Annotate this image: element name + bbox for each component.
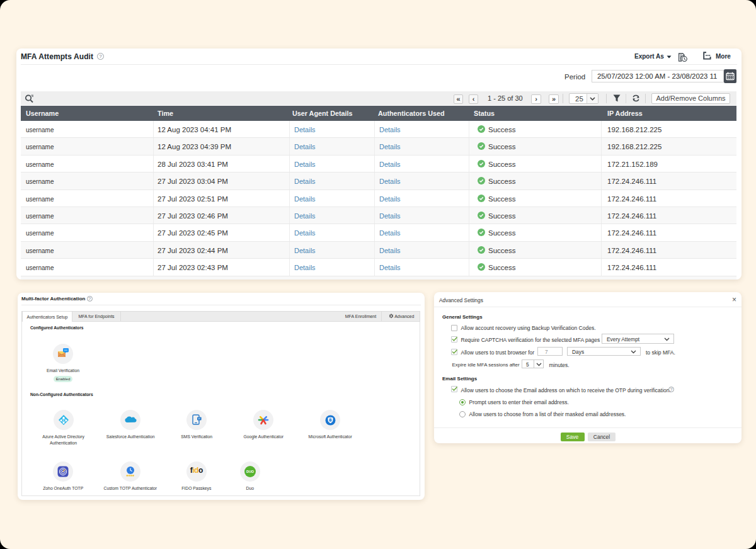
svg-text:DUO: DUO — [246, 470, 254, 473]
